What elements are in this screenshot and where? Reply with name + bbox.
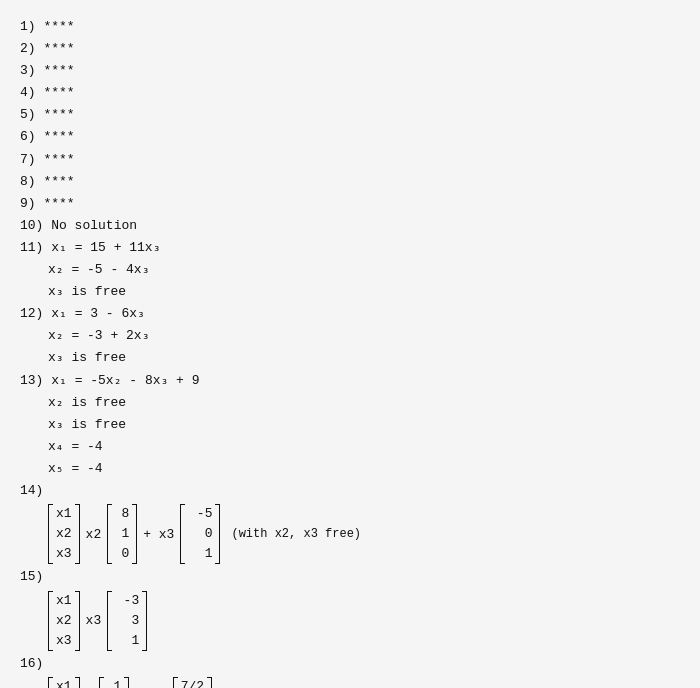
col1-bracket-16: 1 1 0 [99, 677, 129, 688]
item-1: 1) **** [20, 16, 680, 38]
item-12-sub1: x₂ = -3 + 2x₃ [48, 325, 680, 347]
item-13-main: 13) x₁ = -5x₂ - 8x₃ + 9 [20, 370, 680, 392]
item-14-num: 14) [20, 480, 680, 502]
item-13-sub2: x₃ is free [48, 414, 680, 436]
col2-bracket-16: 7/2 2 1 [173, 677, 212, 688]
lhs-bracket-16: x1 x2 x3 [48, 677, 80, 688]
item-11-main: 11) x₁ = 15 + 11x₃ [20, 237, 680, 259]
item-12-sub2: x₃ is free [48, 347, 680, 369]
item-4: 4) **** [20, 82, 680, 104]
item-2: 2) **** [20, 38, 680, 60]
eq-label-15: x3 [86, 613, 102, 628]
col1-bracket-14: 8 1 0 [107, 504, 137, 564]
item-11-sub2: x₃ is free [48, 281, 680, 303]
item-3: 3) **** [20, 60, 680, 82]
item-14-matrix: x1 x2 x3 x2 8 1 0 + x3 -5 0 1 (with x2, … [48, 504, 680, 564]
item-9: 9) **** [20, 193, 680, 215]
eq-sign-14: x2 [86, 527, 102, 542]
item-7: 7) **** [20, 149, 680, 171]
note-14: (with x2, x3 free) [231, 527, 361, 541]
lhs-bracket-15: x1 x2 x3 [48, 591, 80, 651]
item-6: 6) **** [20, 126, 680, 148]
item-13-sub4: x₅ = -4 [48, 458, 680, 480]
item-5: 5) **** [20, 104, 680, 126]
item-12-main: 12) x₁ = 3 - 6x₃ [20, 303, 680, 325]
item-8: 8) **** [20, 171, 680, 193]
item-10: 10) No solution [20, 215, 680, 237]
item-13-sub1: x₂ is free [48, 392, 680, 414]
lhs-bracket-14: x1 x2 x3 [48, 504, 80, 564]
col2-bracket-14: -5 0 1 [180, 504, 220, 564]
plus-14: + x3 [143, 527, 174, 542]
item-16-matrix: x1 x2 x3 = 1 1 0 + x3 7/2 2 1 [48, 677, 680, 688]
item-16-num: 16) [20, 653, 680, 675]
item-15-num: 15) [20, 566, 680, 588]
col1-bracket-15: -3 3 1 [107, 591, 147, 651]
item-15-matrix: x1 x2 x3 x3 -3 3 1 [48, 591, 680, 651]
item-13-sub3: x₄ = -4 [48, 436, 680, 458]
item-11-sub1: x₂ = -5 - 4x₃ [48, 259, 680, 281]
